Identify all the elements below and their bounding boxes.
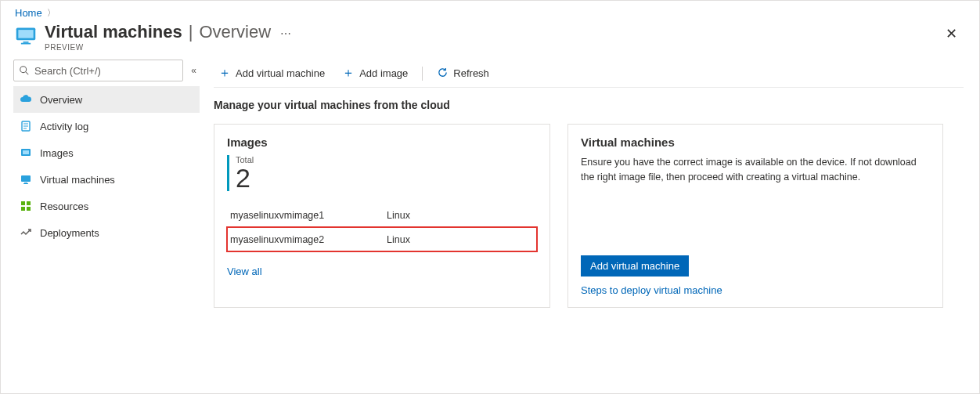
svg-rect-11 <box>23 150 29 154</box>
page-title: Virtual machines <box>45 22 182 42</box>
refresh-icon <box>437 67 449 81</box>
search-input[interactable]: Search (Ctrl+/) <box>13 60 183 81</box>
svg-rect-14 <box>23 183 28 184</box>
svg-rect-13 <box>24 183 27 183</box>
svg-rect-2 <box>23 42 29 43</box>
svg-point-4 <box>20 67 27 73</box>
svg-rect-1 <box>18 30 33 38</box>
cloud-icon <box>20 93 32 106</box>
preview-tag: PREVIEW <box>45 43 293 52</box>
add-virtual-machine-button[interactable]: ＋ Add virtual machine <box>214 65 330 81</box>
sidebar-item-resources[interactable]: Resources <box>13 193 200 219</box>
svg-rect-18 <box>27 207 31 211</box>
page-description: Manage your virtual machines from the cl… <box>214 99 964 111</box>
svg-rect-12 <box>21 175 31 182</box>
image-row[interactable]: myaselinuxvmimage2 Linux <box>227 227 537 251</box>
more-icon[interactable]: ⋯ <box>280 27 293 40</box>
virtual-machine-icon <box>15 25 37 47</box>
images-icon <box>20 146 32 159</box>
images-card: Images Total 2 myaselinuxvmimage1 Linux … <box>214 124 550 308</box>
steps-deploy-link[interactable]: Steps to deploy virtual machine <box>581 284 930 296</box>
plus-icon: ＋ <box>218 65 231 81</box>
sidebar: Search (Ctrl+/) « Overview Activity log … <box>1 60 206 308</box>
refresh-button[interactable]: Refresh <box>432 67 494 81</box>
image-row[interactable]: myaselinuxvmimage1 Linux <box>227 204 537 227</box>
sidebar-item-overview[interactable]: Overview <box>13 86 200 113</box>
svg-rect-3 <box>21 43 31 45</box>
deployments-icon <box>20 226 32 239</box>
sidebar-item-activity-log[interactable]: Activity log <box>13 113 200 139</box>
breadcrumb-home[interactable]: Home <box>15 7 42 19</box>
add-virtual-machine-card-button[interactable]: Add virtual machine <box>581 255 689 277</box>
resources-icon <box>20 200 32 212</box>
breadcrumb: Home 〉 <box>1 1 979 22</box>
sidebar-item-virtual-machines[interactable]: Virtual machines <box>13 166 200 193</box>
search-icon <box>19 65 30 76</box>
svg-rect-17 <box>21 207 25 211</box>
toolbar: ＋ Add virtual machine ＋ Add image Refres… <box>214 60 964 88</box>
sidebar-item-deployments[interactable]: Deployments <box>13 219 200 246</box>
page-subtitle: Overview <box>199 22 271 42</box>
total-count: 2 <box>236 164 254 191</box>
close-icon[interactable]: ✕ <box>946 22 957 42</box>
images-card-title: Images <box>227 136 537 149</box>
svg-line-5 <box>26 72 29 75</box>
log-icon <box>20 120 32 132</box>
vm-icon <box>20 173 32 186</box>
collapse-sidebar-icon[interactable]: « <box>188 65 200 76</box>
page-header: Virtual machines | Overview ⋯ PREVIEW ✕ <box>1 22 979 60</box>
add-image-button[interactable]: ＋ Add image <box>337 65 413 81</box>
chevron-right-icon: 〉 <box>47 7 56 19</box>
vm-card-description: Ensure you have the correct image is ava… <box>581 155 930 185</box>
plus-icon: ＋ <box>342 65 355 81</box>
vm-card-title: Virtual machines <box>581 136 930 149</box>
svg-rect-15 <box>21 201 25 205</box>
svg-rect-16 <box>27 201 31 205</box>
view-all-link[interactable]: View all <box>227 266 262 277</box>
virtual-machines-card: Virtual machines Ensure you have the cor… <box>567 124 943 308</box>
sidebar-item-images[interactable]: Images <box>13 139 200 166</box>
